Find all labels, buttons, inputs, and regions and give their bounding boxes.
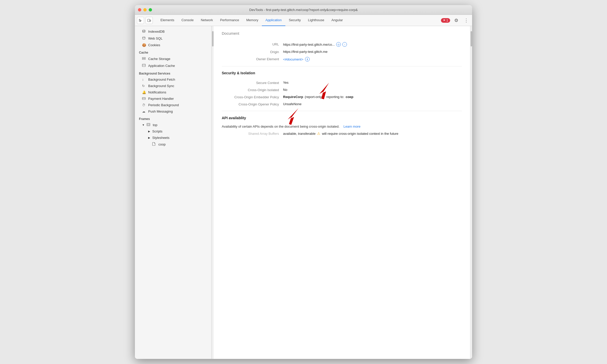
device-icon[interactable] [146,17,153,24]
url-text: https://first-party-test.glitch.me/co... [283,43,335,46]
api-section-title: API availablity [222,116,246,122]
secure-context-row: Secure Context Yes [222,81,462,85]
cursor-icon[interactable] [137,17,144,24]
sidebar-item-stylesheets[interactable]: ▶ Stylesheets [135,135,211,141]
svg-rect-1 [150,20,151,21]
owner-element-row: Owner Element <#document> ℹ [222,57,462,62]
sidebar-item-push-messaging[interactable]: ☁ Push Messaging [135,108,211,115]
error-x-icon: ✕ [443,19,445,22]
notifications-icon: 🔔 [142,90,146,94]
sidebar-item-cache-storage[interactable]: Cache Storage [135,55,211,62]
app-cache-icon [142,64,146,68]
sidebar-item-websql[interactable]: Web SQL [135,35,211,42]
origin-label: Origin [222,50,283,54]
tab-elements[interactable]: Elements [157,15,178,26]
owner-element-info-icon[interactable]: ℹ [305,57,310,62]
sidebar-item-app-cache-label: Application Cache [148,64,175,68]
sidebar-item-cookies-label: Cookies [148,43,160,47]
sidebar-item-periodic-bg-label: Periodic Background [148,103,179,107]
svg-rect-5 [142,59,145,59]
sidebar-item-coop-label: coop [158,142,166,146]
toolbar-right-controls: ✕ 1 ⚙ ⋮ [441,17,470,24]
scripts-arrow: ▶ [148,130,150,133]
push-messaging-icon: ☁ [142,110,146,113]
sidebar-item-scripts-label: Scripts [152,129,162,133]
sidebar: IndexedDB Web SQL 🍪 Cookies Cache [135,26,212,359]
sidebar-item-periodic-bg[interactable]: ⏱ Periodic Background [135,102,211,108]
tab-memory[interactable]: Memory [243,15,262,26]
svg-rect-0 [148,19,150,22]
sidebar-item-indexeddb-label: IndexedDB [148,30,165,33]
window-controls [138,8,152,11]
maximize-button[interactable] [149,8,152,11]
tab-angular[interactable]: Angular [328,15,346,26]
devtools-toolbar: Elements Console Network Performance Mem… [135,15,472,26]
shared-array-text: available, transferable [283,132,316,136]
tab-performance[interactable]: Performance [217,15,243,26]
frames-section-label: Frames [135,115,211,122]
sidebar-item-push-messaging-label: Push Messaging [148,110,173,113]
coop-file-icon [152,142,156,147]
sidebar-item-coop[interactable]: coop [135,141,211,148]
origin-text: https://first-party-test.glitch.me [283,50,328,54]
coep-label: Cross-Origin Embedder Policy [222,95,283,99]
more-options-icon[interactable]: ⋮ [462,17,470,24]
sidebar-item-app-cache[interactable]: Application Cache [135,62,211,69]
frame-top-label: top [153,123,157,127]
sidebar-item-scripts[interactable]: ▶ Scripts [135,128,211,135]
coop-label: Cross-Origin Opener Policy [222,102,283,106]
bg-fetch-icon: ↕ [142,78,146,81]
indexeddb-icon [142,29,146,34]
sidebar-item-websql-label: Web SQL [148,37,162,40]
sidebar-item-bg-fetch[interactable]: ↕ Background Fetch [135,76,211,83]
owner-element-link[interactable]: <#document> [283,57,304,61]
document-section-title: Document [222,31,462,37]
tab-console[interactable]: Console [178,15,197,26]
separator-2 [222,111,462,111]
tab-security[interactable]: Security [285,15,305,26]
tab-application[interactable]: Application [262,15,285,26]
main-area: IndexedDB Web SQL 🍪 Cookies Cache [135,26,472,359]
stylesheets-arrow: ▶ [148,136,150,139]
sidebar-item-cookies[interactable]: 🍪 Cookies [135,42,211,48]
secure-context-label: Secure Context [222,81,283,85]
security-section-title: Security & Isolation [222,71,462,77]
api-learn-more-link[interactable]: Learn more [343,125,360,128]
origin-row: Origin https://first-party-test.glitch.m… [222,50,462,54]
coep-qualifier: (report-only) [305,95,323,99]
bg-sync-icon: ↻ [142,84,146,88]
bg-services-section-label: Background Services [135,69,211,76]
sidebar-item-payment-handler[interactable]: Payment Handler [135,95,211,102]
periodic-bg-icon: ⏱ [142,103,146,107]
content-scrollbar-thumb[interactable] [471,31,472,46]
window-title: DevTools - first-party-test.glitch.me/co… [249,8,358,12]
shared-array-value: available, transferable ⚠ will require c… [283,131,398,136]
tab-lighthouse[interactable]: Lighthouse [305,15,328,26]
url-copy-icon[interactable]: ⊙ [336,42,341,47]
error-badge[interactable]: ✕ 1 [441,18,450,23]
api-description-row: Availability of certain APIs depends on … [222,125,462,128]
toolbar-icon-group [137,17,153,24]
sidebar-item-indexeddb[interactable]: IndexedDB [135,28,211,35]
svg-point-3 [143,37,145,38]
coep-reporting-value: coep [346,95,353,99]
sidebar-item-bg-sync[interactable]: ↻ Background Sync [135,83,211,89]
cross-origin-isolated-row: Cross-Origin Isolated No [222,88,462,92]
secure-context-value: Yes [283,81,288,84]
url-refresh-icon[interactable]: ↑ [342,42,347,47]
coop-value: UnsafeNone [283,102,301,106]
websql-icon [142,36,146,41]
content-scrollbar[interactable] [470,26,472,359]
cross-origin-isolated-value: No [283,88,287,92]
settings-gear-icon[interactable]: ⚙ [453,17,460,24]
shared-array-note: will require cross-origin isolated conte… [322,132,398,136]
cross-origin-isolated-label: Cross-Origin Isolated [222,88,283,92]
tab-network[interactable]: Network [197,15,217,26]
minimize-button[interactable] [143,8,147,11]
sidebar-item-top-frame[interactable]: ▼ top [135,122,211,128]
cookies-icon: 🍪 [142,43,146,47]
svg-rect-8 [142,98,145,100]
sidebar-scrollbar[interactable] [212,26,214,359]
close-button[interactable] [138,8,141,11]
sidebar-item-notifications[interactable]: 🔔 Notifications [135,89,211,95]
